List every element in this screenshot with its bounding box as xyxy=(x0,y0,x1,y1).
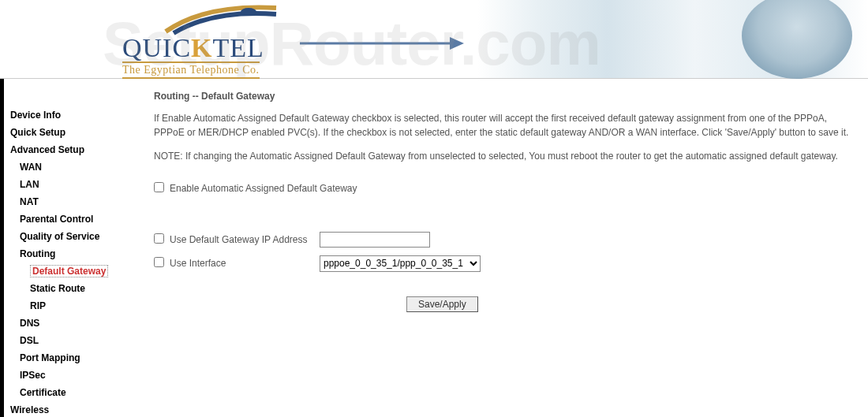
header: QUICKTEL The Egyptian Telephone Co. Setu… xyxy=(0,0,868,79)
logo: QUICKTEL The Egyptian Telephone Co. xyxy=(122,9,264,79)
use-gateway-ip-label: Use Default Gateway IP Address xyxy=(170,234,320,245)
main-content: Routing -- Default Gateway If Enable Aut… xyxy=(126,79,868,417)
enable-auto-checkbox[interactable] xyxy=(154,182,164,192)
sidebar-item-nat[interactable]: NAT xyxy=(4,193,126,210)
sidebar-item-routing[interactable]: Routing xyxy=(4,245,126,262)
sidebar-item-wireless[interactable]: Wireless xyxy=(4,401,126,417)
sidebar-item-dsl[interactable]: DSL xyxy=(4,332,126,349)
use-interface-label: Use Interface xyxy=(170,258,320,269)
sidebar-item-advanced-setup[interactable]: Advanced Setup xyxy=(4,141,126,158)
sidebar-item-dns[interactable]: DNS xyxy=(4,315,126,332)
logo-text-k: K xyxy=(191,33,212,62)
sidebar-item-quick-setup[interactable]: Quick Setup xyxy=(4,124,126,141)
logo-text: QUICKTEL xyxy=(122,33,264,63)
sidebar-item-ipsec[interactable]: IPSec xyxy=(4,367,126,384)
sidebar-item-default-gateway[interactable]: Default Gateway xyxy=(4,262,126,280)
svg-marker-2 xyxy=(450,37,464,50)
arrow-icon xyxy=(300,32,466,58)
sidebar-item-qos[interactable]: Quality of Service xyxy=(4,228,126,245)
form: Enable Automatic Assigned Default Gatewa… xyxy=(154,179,860,312)
enable-auto-label: Enable Automatic Assigned Default Gatewa… xyxy=(170,183,357,194)
logo-subtitle: The Egyptian Telephone Co. xyxy=(122,61,260,79)
sidebar-item-certificate[interactable]: Certificate xyxy=(4,384,126,401)
globe-decoration xyxy=(742,0,852,79)
save-apply-button[interactable]: Save/Apply xyxy=(406,296,478,312)
sidebar-item-lan[interactable]: LAN xyxy=(4,176,126,193)
interface-select[interactable]: pppoe_0_0_35_1/ppp_0_0_35_1 xyxy=(320,255,481,272)
use-gateway-ip-checkbox[interactable] xyxy=(154,233,164,244)
logo-text-post: TEL xyxy=(213,33,264,62)
sidebar-item-static-route[interactable]: Static Route xyxy=(4,280,126,297)
page-title: Routing -- Default Gateway xyxy=(154,91,860,102)
logo-text-pre: QUIC xyxy=(122,33,191,62)
sidebar-item-parental-control[interactable]: Parental Control xyxy=(4,210,126,228)
sidebar-item-device-info[interactable]: Device Info xyxy=(4,106,126,124)
sidebar-item-rip[interactable]: RIP xyxy=(4,297,126,315)
sidebar-item-wan[interactable]: WAN xyxy=(4,158,126,176)
use-interface-checkbox[interactable] xyxy=(154,257,164,267)
description-note: NOTE: If changing the Automatic Assigned… xyxy=(154,149,860,163)
description-1: If Enable Automatic Assigned Default Gat… xyxy=(154,111,860,140)
sidebar-item-port-mapping[interactable]: Port Mapping xyxy=(4,349,126,367)
gateway-ip-input[interactable] xyxy=(320,232,430,248)
sidebar: Device Info Quick Setup Advanced Setup W… xyxy=(0,79,126,417)
